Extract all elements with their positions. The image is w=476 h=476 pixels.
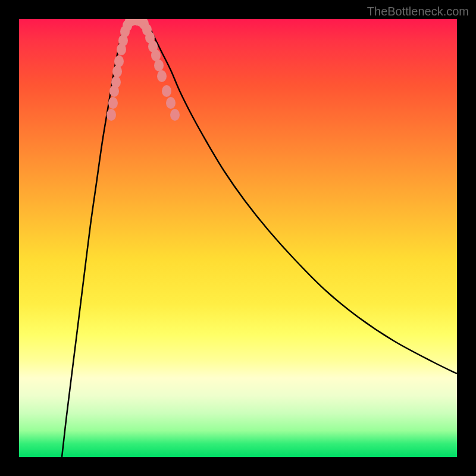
data-point: [112, 65, 122, 77]
data-point: [154, 60, 164, 71]
scatter-points: [107, 19, 180, 121]
data-point: [114, 55, 124, 67]
left-curve: [62, 19, 132, 457]
data-point: [157, 70, 167, 82]
chart-svg: [19, 19, 457, 457]
data-point: [107, 109, 116, 121]
data-point: [170, 109, 180, 121]
right-curve: [141, 19, 457, 374]
data-point: [151, 49, 161, 61]
data-point: [111, 76, 121, 88]
data-point: [108, 97, 118, 109]
watermark-text: TheBottleneck.com: [367, 5, 469, 18]
chart-plot-area: [19, 19, 457, 457]
data-point: [166, 97, 176, 109]
data-point: [162, 85, 171, 97]
curve-lines: [62, 19, 457, 457]
